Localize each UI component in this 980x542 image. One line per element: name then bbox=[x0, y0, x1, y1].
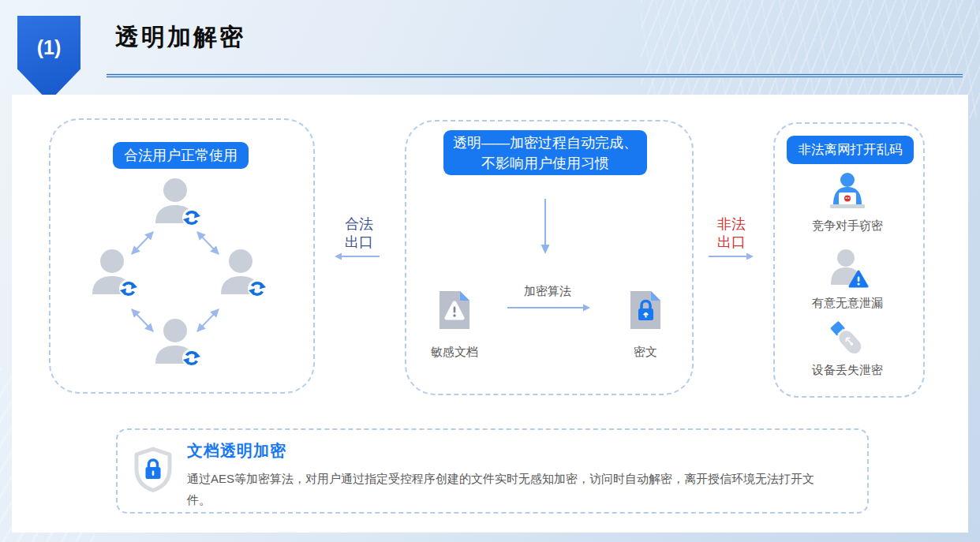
transparent-label-line2: 不影响用户使用习惯 bbox=[481, 153, 609, 174]
document-lock-icon bbox=[628, 289, 663, 331]
arrow-right-icon bbox=[506, 303, 591, 312]
usb-drive-icon bbox=[825, 317, 870, 360]
risk-item-label: 竞争对手窃密 bbox=[796, 219, 899, 234]
title-divider bbox=[107, 73, 963, 78]
shield-lock-icon bbox=[133, 447, 174, 492]
risk-item-label: 设备丢失泄密 bbox=[796, 363, 899, 378]
illegal-open-label-text: 非法离网打开乱码 bbox=[799, 141, 903, 159]
legal-exit-label: 合法 出口 bbox=[340, 215, 378, 252]
section-number: (1) bbox=[37, 36, 62, 58]
sync-icon bbox=[182, 208, 201, 227]
source-doc-label: 敏感文档 bbox=[419, 345, 490, 360]
illegal-exit-line1: 非法 bbox=[713, 215, 750, 234]
legal-exit-line2: 出口 bbox=[340, 234, 378, 252]
page-title: 透明加解密 bbox=[115, 21, 245, 54]
transparent-label-line1: 透明——加密过程自动完成、 bbox=[453, 133, 638, 153]
user-warning-icon bbox=[826, 249, 869, 288]
encrypt-algorithm-label: 加密算法 bbox=[508, 284, 587, 299]
hacker-laptop-icon bbox=[826, 172, 869, 211]
legal-exit-line1: 合法 bbox=[340, 215, 378, 234]
feature-title: 文档透明加密 bbox=[187, 440, 286, 462]
sync-icon bbox=[248, 279, 267, 298]
sync-icon bbox=[119, 279, 138, 298]
illegal-open-label: 非法离网打开乱码 bbox=[787, 136, 914, 164]
legal-users-label: 合法用户正常使用 bbox=[113, 142, 249, 169]
ciphertext-label: 密文 bbox=[610, 345, 681, 360]
sync-icon bbox=[182, 349, 201, 368]
arrow-left-icon bbox=[334, 252, 381, 261]
feature-description: 通过AES等加密算法，对用户通过指定受控程序创建的文件实时无感知加密，访问时自动… bbox=[187, 468, 828, 510]
risk-item-label: 有意无意泄漏 bbox=[796, 296, 899, 311]
arrow-right-icon bbox=[707, 252, 754, 261]
legal-users-label-text: 合法用户正常使用 bbox=[124, 146, 238, 165]
arrow-down-icon bbox=[540, 199, 551, 256]
legal-users-diagram bbox=[57, 175, 305, 388]
illegal-exit-line2: 出口 bbox=[713, 234, 750, 252]
transparent-label: 透明——加密过程自动完成、 不影响用户使用习惯 bbox=[443, 130, 647, 175]
illegal-exit-label: 非法 出口 bbox=[713, 215, 750, 252]
section-number-ribbon: (1) bbox=[17, 16, 80, 102]
document-warning-icon bbox=[437, 289, 472, 331]
